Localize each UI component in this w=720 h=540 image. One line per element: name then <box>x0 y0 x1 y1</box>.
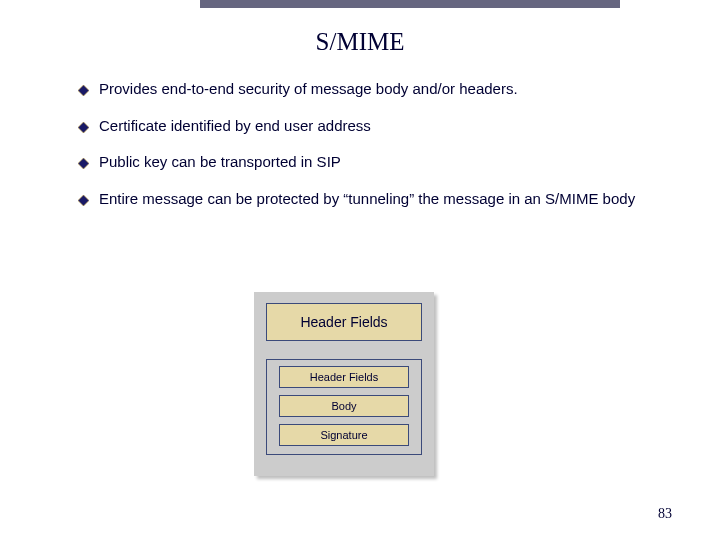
message-diagram: Header Fields Header Fields Body Signatu… <box>254 292 434 476</box>
svg-rect-3 <box>78 195 89 206</box>
list-item: Provides end-to-end security of message … <box>78 78 678 101</box>
diagram-inner-signature: Signature <box>279 424 409 446</box>
svg-rect-0 <box>78 85 89 96</box>
diamond-bullet-icon <box>78 155 89 173</box>
decorative-top-bar <box>200 0 620 8</box>
bullet-text: Provides end-to-end security of message … <box>99 78 518 101</box>
bullet-list: Provides end-to-end security of message … <box>78 78 678 224</box>
diamond-bullet-icon <box>78 82 89 100</box>
slide-title: S/MIME <box>0 28 720 56</box>
bullet-text: Entire message can be protected by “tunn… <box>99 188 635 211</box>
bullet-text: Public key can be transported in SIP <box>99 151 341 174</box>
bullet-text: Certificate identified by end user addre… <box>99 115 371 138</box>
svg-rect-2 <box>78 158 89 169</box>
diagram-outer-header: Header Fields <box>266 303 422 341</box>
diagram-inner-container: Header Fields Body Signature <box>266 359 422 455</box>
diagram-inner-header: Header Fields <box>279 366 409 388</box>
list-item: Certificate identified by end user addre… <box>78 115 678 138</box>
list-item: Entire message can be protected by “tunn… <box>78 188 678 211</box>
list-item: Public key can be transported in SIP <box>78 151 678 174</box>
diamond-bullet-icon <box>78 119 89 137</box>
svg-rect-1 <box>78 122 89 133</box>
diagram-inner-body: Body <box>279 395 409 417</box>
page-number: 83 <box>658 506 672 522</box>
diamond-bullet-icon <box>78 192 89 210</box>
